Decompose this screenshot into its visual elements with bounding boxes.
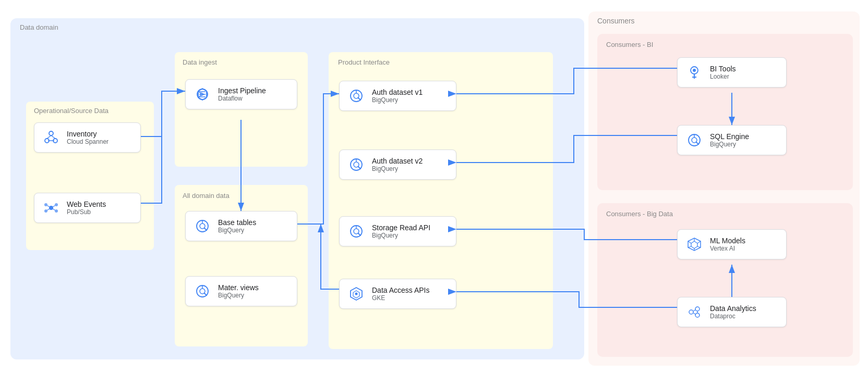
consumers-bigdata-label: Consumers - Big Data (606, 210, 673, 218)
dataproc-icon (685, 303, 704, 321)
web-events-title: Web Events (67, 200, 106, 208)
svg-line-56 (697, 241, 701, 243)
inventory-node[interactable]: Inventory Cloud Spanner (34, 122, 141, 153)
data-domain-label: Data domain (20, 23, 58, 31)
storage-read-api-node[interactable]: Storage Read API BigQuery (339, 216, 456, 246)
storage-read-api-sub: BigQuery (372, 232, 430, 239)
svg-line-64 (693, 310, 696, 312)
mater-views-node[interactable]: Mater. views BigQuery (185, 276, 297, 306)
sql-engine-node[interactable]: SQL Engine BigQuery (677, 125, 787, 155)
bigquery-icon-auth2 (347, 155, 366, 174)
sql-engine-sub: BigQuery (710, 141, 749, 148)
svg-line-53 (696, 142, 699, 145)
bigquery-icon-mater (193, 282, 212, 301)
looker-icon (685, 63, 704, 82)
svg-point-48 (693, 69, 696, 72)
product-interface-label: Product Interface (338, 58, 390, 66)
gke-icon (347, 284, 366, 303)
svg-line-12 (47, 209, 50, 210)
svg-point-61 (689, 310, 693, 314)
svg-point-10 (55, 209, 58, 213)
web-events-node[interactable]: Web Events Pub/Sub (34, 193, 141, 223)
base-tables-title: Base tables (218, 218, 256, 227)
bigquery-icon-storage (347, 222, 366, 241)
ml-models-sub: Vertex AI (710, 245, 745, 252)
svg-point-0 (49, 131, 53, 135)
auth-v1-title: Auth dataset v1 (372, 88, 423, 96)
bi-tools-title: BI Tools (710, 65, 736, 73)
svg-point-62 (695, 307, 700, 311)
op-source-label: Operational/Source Data (34, 107, 108, 115)
diagram-root: { "title": "Data Architecture Diagram", … (0, 0, 868, 373)
svg-point-9 (55, 203, 58, 206)
svg-line-3 (47, 135, 51, 139)
web-events-sub: Pub/Sub (67, 208, 106, 216)
data-access-apis-title: Data Access APIs (372, 286, 430, 294)
auth-v2-title: Auth dataset v2 (372, 157, 423, 165)
ingest-pipeline-node[interactable]: Ingest Pipeline Dataflow (185, 79, 297, 109)
consumers-label: Consumers (597, 17, 635, 25)
bigquery-icon-sql (685, 131, 704, 150)
svg-point-46 (355, 293, 358, 295)
data-analytics-sub: Dataproc (710, 313, 756, 320)
svg-point-63 (695, 313, 700, 317)
all-domain-region (175, 185, 308, 346)
mater-views-sub: BigQuery (218, 292, 259, 299)
auth-v1-sub: BigQuery (372, 96, 423, 104)
base-tables-sub: BigQuery (218, 227, 256, 234)
svg-line-30 (204, 293, 207, 296)
svg-line-13 (53, 206, 55, 207)
ingest-pipeline-title: Ingest Pipeline (218, 86, 266, 95)
cloud-spanner-icon (42, 128, 61, 147)
svg-line-34 (358, 98, 361, 101)
svg-line-65 (693, 313, 696, 315)
bigquery-icon-base (193, 217, 212, 235)
svg-line-55 (688, 241, 691, 243)
bi-tools-sub: Looker (710, 73, 736, 80)
mater-views-title: Mater. views (218, 283, 259, 292)
ml-models-title: ML Models (710, 237, 745, 245)
svg-line-57 (688, 246, 691, 247)
svg-line-11 (47, 206, 50, 207)
inventory-sub: Cloud Spanner (67, 138, 108, 145)
auth-v2-sub: BigQuery (372, 165, 423, 172)
svg-line-14 (53, 209, 55, 210)
consumers-bi-label: Consumers - BI (606, 41, 653, 48)
data-analytics-title: Data Analytics (710, 304, 756, 313)
consumers-bigdata-region (597, 203, 853, 357)
ml-models-node[interactable]: ML Models Vertex AI (677, 229, 787, 259)
svg-line-26 (204, 228, 207, 231)
svg-line-4 (51, 135, 55, 139)
svg-line-38 (358, 167, 361, 169)
sql-engine-title: SQL Engine (710, 132, 749, 141)
svg-point-8 (44, 209, 47, 213)
pubsub-icon (42, 198, 61, 217)
svg-point-7 (44, 203, 47, 206)
svg-line-42 (358, 233, 361, 236)
auth-v2-node[interactable]: Auth dataset v2 BigQuery (339, 150, 456, 180)
inventory-title: Inventory (67, 130, 108, 138)
data-ingest-region (175, 52, 308, 167)
data-access-apis-node[interactable]: Data Access APIs GKE (339, 279, 456, 309)
base-tables-node[interactable]: Base tables BigQuery (185, 211, 297, 241)
svg-line-58 (697, 246, 701, 247)
bi-tools-node[interactable]: BI Tools Looker (677, 57, 787, 88)
ingest-pipeline-sub: Dataflow (218, 95, 266, 102)
vertex-ai-icon (685, 235, 704, 254)
data-analytics-node[interactable]: Data Analytics Dataproc (677, 297, 787, 327)
all-domain-label: All domain data (183, 192, 230, 200)
data-ingest-label: Data ingest (183, 58, 217, 66)
dataflow-icon (193, 85, 212, 104)
storage-read-api-title: Storage Read API (372, 223, 430, 232)
bigquery-icon-auth1 (347, 86, 366, 105)
auth-v1-node[interactable]: Auth dataset v1 BigQuery (339, 81, 456, 111)
data-access-apis-sub: GKE (372, 294, 430, 302)
svg-point-6 (49, 206, 53, 210)
